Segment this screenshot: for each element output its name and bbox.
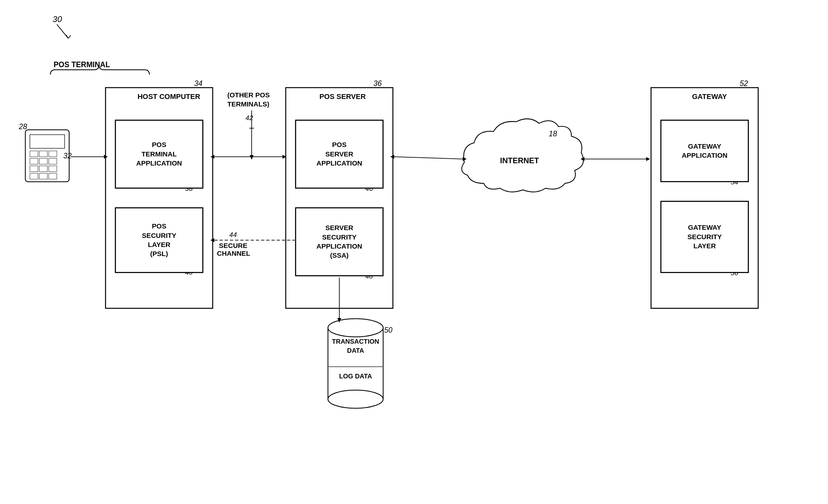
svg-text:(OTHER POS: (OTHER POS <box>227 91 270 99</box>
transaction-data-label: TRANSACTION DATA <box>328 337 383 355</box>
svg-text:42: 42 <box>246 114 253 121</box>
svg-point-63 <box>328 390 383 408</box>
pos-server-app-label: POS SERVER APPLICATION <box>317 140 362 168</box>
svg-rect-17 <box>39 173 47 179</box>
svg-marker-50 <box>390 155 394 159</box>
svg-rect-8 <box>39 151 47 157</box>
svg-marker-37 <box>283 155 286 159</box>
log-data-label: LOG DATA <box>328 373 383 380</box>
svg-marker-51 <box>463 157 467 161</box>
svg-rect-5 <box>25 130 69 182</box>
svg-text:36: 36 <box>373 79 382 88</box>
gateway-security-layer-box: GATEWAY SECURITY LAYER <box>661 201 748 273</box>
svg-text:18: 18 <box>549 130 557 138</box>
svg-rect-7 <box>30 151 38 157</box>
svg-marker-45 <box>210 238 214 242</box>
svg-marker-36 <box>210 155 214 159</box>
svg-marker-54 <box>646 157 650 161</box>
svg-rect-10 <box>30 158 38 164</box>
gateway-security-layer-label: GATEWAY SECURITY LAYER <box>688 223 722 250</box>
svg-rect-12 <box>49 158 57 164</box>
svg-line-49 <box>394 157 463 159</box>
svg-text:POS TERMINAL: POS TERMINAL <box>53 60 110 69</box>
pos-security-layer-label: POS SECURITY LAYER (PSL) <box>142 222 176 258</box>
svg-text:34: 34 <box>194 79 203 88</box>
svg-text:50: 50 <box>384 326 392 334</box>
pos-terminal-app-label: POS TERMINAL APPLICATION <box>136 140 182 168</box>
pos-security-layer-box: POS SECURITY LAYER (PSL) <box>115 208 203 273</box>
svg-text:TERMINALS): TERMINALS) <box>227 100 270 108</box>
svg-rect-6 <box>30 135 65 148</box>
diagram: 30 POS TERMINAL 28 32 <box>0 0 828 504</box>
svg-text:30: 30 <box>53 14 62 24</box>
svg-rect-11 <box>39 158 47 164</box>
gateway-title: GATEWAY <box>666 92 753 101</box>
host-computer-title: HOST COMPUTER <box>128 92 209 101</box>
svg-text:52: 52 <box>740 79 748 88</box>
svg-rect-18 <box>49 173 57 179</box>
svg-line-1 <box>57 24 68 38</box>
svg-rect-14 <box>39 166 47 172</box>
secure-channel-label: SECURE CHANNEL <box>217 242 249 257</box>
server-security-app-box: SERVER SECURITY APPLICATION (SSA) <box>295 208 383 276</box>
svg-rect-16 <box>30 173 38 179</box>
pos-terminal-app-box: POS TERMINAL APPLICATION <box>115 120 203 188</box>
svg-line-2 <box>66 35 68 38</box>
svg-marker-53 <box>581 157 584 161</box>
svg-rect-13 <box>30 166 38 172</box>
server-security-app-label: SERVER SECURITY APPLICATION (SSA) <box>317 223 362 260</box>
svg-rect-9 <box>49 151 57 157</box>
pos-server-title: POS SERVER <box>299 92 386 101</box>
gateway-app-label: GATEWAY APPLICATION <box>682 142 728 160</box>
svg-text:INTERNET: INTERNET <box>500 156 539 165</box>
svg-marker-33 <box>250 155 254 160</box>
svg-marker-22 <box>104 155 108 159</box>
svg-text:28: 28 <box>18 122 27 131</box>
gateway-app-box: GATEWAY APPLICATION <box>661 120 748 182</box>
svg-rect-15 <box>49 166 57 172</box>
pos-server-app-box: POS SERVER APPLICATION <box>295 120 383 188</box>
svg-text:32: 32 <box>63 151 72 160</box>
svg-text:44: 44 <box>229 231 237 238</box>
svg-point-62 <box>328 319 383 337</box>
svg-line-3 <box>68 35 71 38</box>
svg-marker-66 <box>337 318 341 323</box>
